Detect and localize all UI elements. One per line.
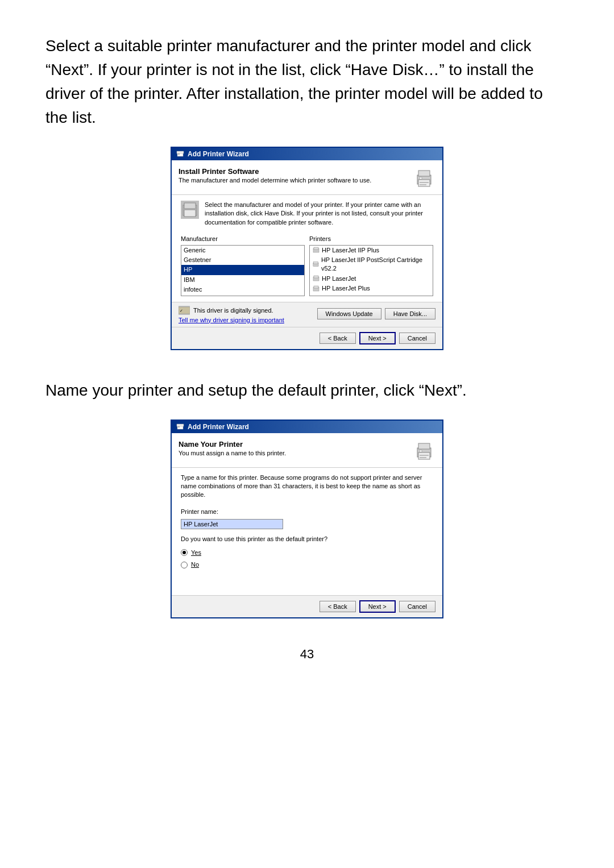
- svg-rect-30: [420, 457, 426, 458]
- dialog2-header: Name Your Printer You must assign a name…: [172, 433, 442, 468]
- dialog1-content: Select the manufacturer and model of you…: [172, 195, 442, 302]
- printer-name-label: Printer name:: [181, 508, 433, 516]
- svg-text:✓: ✓: [180, 309, 183, 313]
- svg-rect-24: [178, 426, 180, 427]
- sign-info: ✓ This driver is digitally signed. Tell …: [179, 306, 284, 323]
- manufacturer-gestetner: Gestetner: [184, 256, 211, 264]
- svg-rect-19: [314, 286, 318, 288]
- manufacturer-list-wrapper: Generic Gestetner HP IBM infotec: [181, 245, 305, 296]
- printer-1: HP LaserJet IIP Plus: [322, 246, 379, 255]
- svg-rect-7: [420, 182, 429, 183]
- dialog1-button-row: < Back Next > Cancel: [172, 327, 442, 349]
- svg-rect-13: [314, 247, 318, 250]
- manufacturer-ibm: IBM: [184, 276, 195, 284]
- list-item[interactable]: HP LaserJet: [310, 274, 433, 284]
- dialog1-next-button[interactable]: Next >: [359, 332, 396, 344]
- list-item[interactable]: HP LaserJet IIP Plus: [310, 246, 433, 255]
- svg-rect-1: [177, 151, 184, 153]
- dialog1-header: Install Printer Software The manufacture…: [172, 160, 442, 195]
- dialog1-description-row: Select the manufacturer and model of you…: [181, 201, 433, 227]
- radio-group: Yes No: [181, 549, 433, 570]
- list-item[interactable]: HP: [181, 265, 304, 275]
- radio-no-item[interactable]: No: [181, 560, 433, 569]
- printers-list[interactable]: HP LaserJet IIP Plus HP LaserJet IIP Pos…: [310, 246, 433, 296]
- dialog1-title: Add Printer Wizard: [188, 150, 249, 158]
- list-item[interactable]: Gestetner: [181, 255, 304, 265]
- digital-sign-row: ✓ This driver is digitally signed. Tell …: [179, 306, 435, 323]
- sign-text: This driver is digitally signed.: [193, 307, 273, 314]
- radio-no-label: No: [191, 560, 199, 569]
- dialog2-cancel-button[interactable]: Cancel: [399, 601, 435, 612]
- printer-list-icon: [312, 246, 320, 254]
- svg-rect-8: [420, 184, 426, 185]
- printers-box-container: Printers HP LaserJet IIP Plus HP LaserJe…: [309, 235, 433, 296]
- svg-rect-2: [178, 153, 180, 155]
- svg-rect-26: [418, 443, 430, 449]
- list-item[interactable]: HP LaserJet IIP PostScript Cartridge v52…: [310, 255, 433, 274]
- dialog1-titlebar: Add Printer Wizard: [172, 148, 442, 160]
- dialog2-header-text: Name Your Printer You must assign a name…: [179, 440, 286, 456]
- printer-list-icon: [312, 285, 320, 293]
- dialog2-description: Type a name for this printer. Because so…: [181, 474, 433, 500]
- radio-yes-circle: [181, 549, 188, 556]
- page-number: 43: [45, 647, 569, 662]
- windows-update-button[interactable]: Windows Update: [317, 308, 381, 319]
- dialog2-back-button[interactable]: < Back: [320, 601, 356, 612]
- dialog2-content: Type a name for this printer. Because so…: [172, 468, 442, 579]
- dialog1-header-text: Install Printer Software The manufacture…: [179, 167, 371, 184]
- svg-rect-23: [177, 424, 184, 426]
- dialog1-cancel-button[interactable]: Cancel: [399, 333, 435, 344]
- printers-list-wrapper: HP LaserJet IIP Plus HP LaserJet IIP Pos…: [309, 245, 433, 296]
- radio-yes-item[interactable]: Yes: [181, 549, 433, 557]
- manufacturer-label: Manufacturer: [181, 235, 305, 243]
- svg-rect-10: [184, 203, 196, 209]
- dialog1-lists: Manufacturer Generic Gestetner HP IBM in…: [181, 235, 433, 296]
- dialog1-desc-icon: [181, 201, 199, 219]
- have-disk-button[interactable]: Have Disk...: [385, 308, 435, 319]
- sign-text-row: ✓ This driver is digitally signed.: [179, 306, 284, 315]
- list-item[interactable]: HP LaserJet Plus: [310, 284, 433, 293]
- manufacturer-hp: HP: [184, 265, 192, 274]
- list-item[interactable]: infotec: [181, 285, 304, 294]
- printer-icon-1: [413, 167, 435, 190]
- dialog2-titlebar: Add Printer Wizard: [172, 421, 442, 433]
- manufacturer-box-container: Manufacturer Generic Gestetner HP IBM in…: [181, 235, 305, 296]
- dialog-name-printer: Add Printer Wizard Name Your Printer You…: [171, 420, 443, 619]
- dialog1-header-title: Install Printer Software: [179, 167, 371, 176]
- svg-rect-28: [420, 450, 422, 452]
- dialog1-back-button[interactable]: < Back: [320, 333, 356, 344]
- dialog2-titlebar-icon: [176, 423, 184, 431]
- manufacturer-infotec: infotec: [184, 285, 202, 294]
- sign-link[interactable]: Tell me why driver signing is important: [179, 317, 284, 323]
- dialog1-description: Select the manufacturer and model of you…: [205, 201, 433, 227]
- printer-list-icon: [312, 275, 320, 283]
- default-question: Do you want to use this printer as the d…: [181, 535, 433, 543]
- instruction-text-1: Select a suitable printer manufacturer a…: [45, 34, 569, 130]
- dialog2-next-button[interactable]: Next >: [359, 600, 396, 613]
- instruction-text-2: Name your printer and setup the default …: [45, 379, 569, 402]
- printer-3: HP LaserJet: [322, 275, 356, 283]
- printer-name-section: Printer name:: [181, 508, 433, 535]
- list-item[interactable]: Generic: [181, 246, 304, 255]
- svg-rect-15: [314, 262, 318, 264]
- dialog2-button-row: < Back Next > Cancel: [172, 595, 442, 617]
- svg-rect-17: [314, 276, 318, 278]
- manufacturer-list[interactable]: Generic Gestetner HP IBM infotec: [181, 246, 304, 296]
- printer-name-input[interactable]: [181, 519, 283, 529]
- dialog1-footer: ✓ This driver is digitally signed. Tell …: [172, 302, 442, 327]
- printer-icon-2: [413, 440, 435, 463]
- dialog1-header-subtitle: The manufacturer and model determine whi…: [179, 177, 371, 184]
- dialog1-titlebar-icon: [176, 150, 184, 158]
- sign-icon: ✓: [179, 306, 190, 315]
- radio-yes-label: Yes: [191, 549, 201, 557]
- svg-rect-4: [418, 171, 430, 176]
- manufacturer-generic: Generic: [184, 246, 206, 255]
- svg-rect-11: [184, 210, 196, 217]
- printers-label: Printers: [309, 235, 433, 243]
- dialog2-header-title: Name Your Printer: [179, 440, 286, 448]
- update-buttons: Windows Update Have Disk...: [317, 306, 435, 322]
- list-item[interactable]: IBM: [181, 275, 304, 285]
- radio-no-circle: [181, 562, 188, 568]
- printer-list-icon: [312, 260, 320, 268]
- svg-rect-29: [420, 455, 429, 456]
